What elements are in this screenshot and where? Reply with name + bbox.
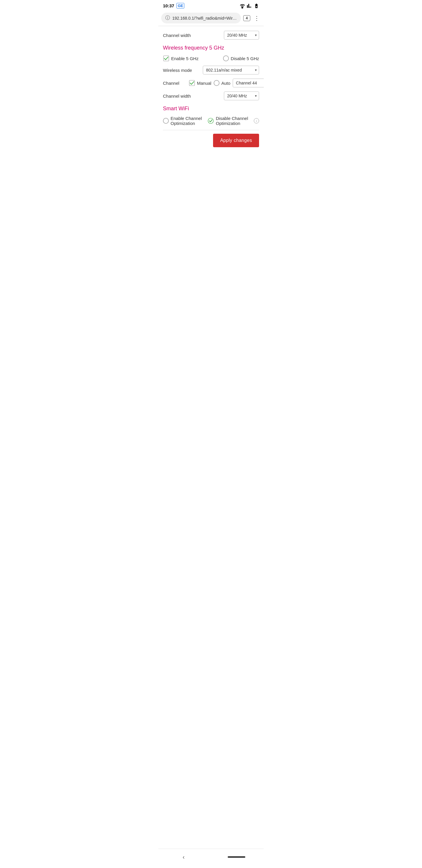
url-bar[interactable]: ⓘ 192.168.0.1/?wifi_radio&mid=Wirele — [161, 12, 241, 24]
ge-icon: GE — [176, 3, 184, 8]
status-time: 10:37 — [163, 3, 174, 8]
status-icons — [240, 3, 259, 8]
top-channel-width-select[interactable]: 20/40 MHz 20 MHz 40 MHz — [224, 31, 259, 39]
enable-opt-radio[interactable] — [163, 118, 169, 124]
wireless-mode-select[interactable]: 802.11a/n/ac mixed 802.11a only 802.11n … — [203, 66, 259, 74]
apply-btn-row: Apply changes — [163, 134, 259, 151]
enable-opt-label: Enable Channel Optimization — [170, 116, 207, 126]
smart-wifi-heading: Smart WiFi — [163, 105, 259, 112]
battery-icon — [254, 3, 259, 8]
enable-disable-5ghz-row: Enable 5 GHz Disable 5 GHz — [163, 55, 259, 62]
browser-bar: ⓘ 192.168.0.1/?wifi_radio&mid=Wirele 4 ⋮ — [158, 10, 264, 26]
wireless-mode-label: Wireless mode — [163, 68, 198, 73]
top-channel-width-label: Channel width — [163, 33, 191, 38]
enable-opt-group: Enable Channel Optimization — [163, 116, 207, 126]
menu-dots-button[interactable]: ⋮ — [253, 13, 261, 23]
disable-opt-group: Disable Channel Optimization i — [207, 116, 259, 126]
channel-row: Channel Manual Auto Channel 44 Channel 3… — [163, 79, 259, 87]
channel-number-dropdown-wrapper[interactable]: Channel 44 Channel 36 Channel 40 Channel… — [233, 79, 264, 87]
status-bar: 10:37 GE — [158, 0, 264, 10]
disable-opt-info-icon[interactable]: i — [254, 118, 259, 123]
info-icon: ⓘ — [165, 15, 170, 21]
channel-auto-group: Auto — [214, 80, 230, 86]
channel-auto-radio[interactable] — [214, 80, 220, 86]
tab-indicator[interactable]: 4 — [243, 15, 250, 21]
wifi-icon — [240, 3, 245, 8]
disable-5ghz-radio[interactable] — [223, 55, 229, 61]
channel-manual-label: Manual — [197, 81, 211, 86]
disable-opt-label: Disable Channel Optimization — [216, 116, 251, 126]
channel-auto-label: Auto — [221, 81, 230, 86]
top-channel-width-dropdown-wrapper[interactable]: 20/40 MHz 20 MHz 40 MHz — [224, 31, 259, 39]
channel-width-5ghz-select[interactable]: 20/40 MHz 20 MHz 40 MHz 80 MHz — [224, 92, 259, 100]
channel-width-5ghz-label: Channel width — [163, 94, 191, 98]
apply-changes-button[interactable]: Apply changes — [213, 134, 259, 147]
enable-5ghz-label: Enable 5 GHz — [171, 56, 198, 61]
channel-number-select[interactable]: Channel 44 Channel 36 Channel 40 Channel… — [233, 79, 264, 87]
disable-opt-checkbox[interactable] — [207, 118, 214, 124]
enable-5ghz-checkbox[interactable] — [163, 55, 169, 62]
wireless-mode-dropdown-wrapper[interactable]: 802.11a/n/ac mixed 802.11a only 802.11n … — [203, 66, 259, 74]
channel-width-5ghz-row: Channel width 20/40 MHz 20 MHz 40 MHz 80… — [163, 92, 259, 100]
url-text: 192.168.0.1/?wifi_radio&mid=Wirele — [172, 16, 237, 21]
channel-width-5ghz-dropdown-wrapper[interactable]: 20/40 MHz 20 MHz 40 MHz 80 MHz — [224, 92, 259, 100]
disable-5ghz-group: Disable 5 GHz — [223, 55, 259, 61]
disable-5ghz-label: Disable 5 GHz — [231, 56, 259, 61]
top-channel-width-row: Channel width 20/40 MHz 20 MHz 40 MHz — [163, 31, 259, 39]
wireless-mode-row: Wireless mode 802.11a/n/ac mixed 802.11a… — [163, 66, 259, 74]
channel-manual-checkbox[interactable] — [189, 80, 195, 86]
signal-icon — [247, 3, 252, 8]
page-content: Channel width 20/40 MHz 20 MHz 40 MHz Wi… — [158, 26, 264, 155]
svg-point-2 — [208, 118, 213, 123]
section-5ghz-heading: Wireless frequency 5 GHz — [163, 45, 259, 51]
enable-5ghz-group: Enable 5 GHz — [163, 55, 198, 62]
channel-opt-row: Enable Channel Optimization Disable Chan… — [163, 116, 259, 126]
channel-manual-group: Manual — [189, 80, 211, 86]
channel-label: Channel — [163, 81, 186, 86]
